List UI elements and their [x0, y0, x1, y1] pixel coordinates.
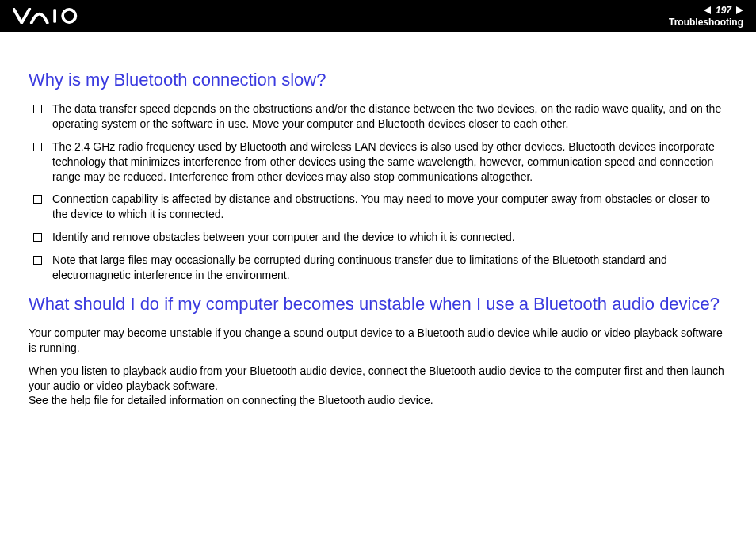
answer-list-1: The data transfer speed depends on the o…: [29, 101, 727, 283]
answer-paragraph: Your computer may become unstable if you…: [29, 326, 727, 356]
answer-paragraph: When you listen to playback audio from y…: [29, 364, 727, 409]
question-heading-2: What should I do if my computer becomes …: [29, 294, 727, 315]
document-page: 197 Troubleshooting Why is my Bluetooth …: [0, 0, 756, 534]
list-item: The data transfer speed depends on the o…: [29, 101, 727, 132]
prev-page-arrow-icon[interactable]: [704, 6, 711, 14]
vaio-logo: [13, 8, 92, 24]
svg-rect-0: [53, 9, 56, 23]
page-number: 197: [716, 5, 731, 16]
page-pager: 197: [704, 5, 743, 16]
list-item: Note that large files may occasionally b…: [29, 253, 727, 283]
page-content: Why is my Bluetooth connection slow? The…: [0, 32, 756, 408]
header-right: 197 Troubleshooting: [669, 5, 743, 28]
next-page-arrow-icon[interactable]: [736, 6, 743, 14]
list-item: Identify and remove obstacles between yo…: [29, 230, 727, 245]
question-heading-1: Why is my Bluetooth connection slow?: [29, 70, 727, 90]
list-item: The 2.4 GHz radio frequency used by Blue…: [29, 139, 727, 185]
list-item: Connection capability is affected by dis…: [29, 192, 727, 222]
section-title: Troubleshooting: [669, 17, 743, 28]
svg-point-1: [63, 10, 75, 22]
page-header: 197 Troubleshooting: [0, 0, 756, 32]
